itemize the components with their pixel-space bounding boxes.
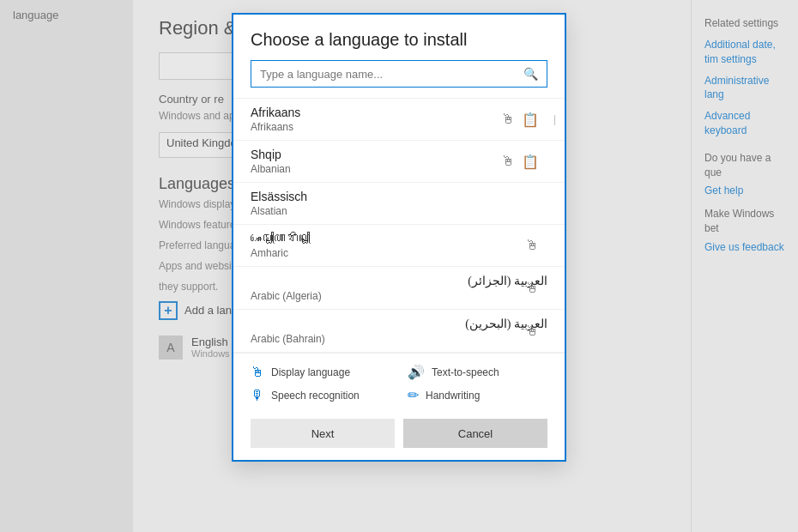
list-item[interactable]: Shqip Albanian 🖱 📋 [233,141,565,183]
copy-icon: 📋 [522,154,539,170]
lang-name: العربية (البحرين) [251,317,547,331]
list-item[interactable]: ꦄꦩ꧀ꦲꦫꦶꦏ꧀ Amharic 🖱 [233,225,565,267]
legend-speech: 🎙 Speech recognition [251,387,390,403]
tts-icon: 🔊 [408,364,425,380]
lang-native: Arabic (Algeria) [251,290,547,302]
language-list: Afrikaans Afrikaans 🖱 📋 | Shqip Albanian… [233,98,565,353]
lang-name: ꦄꦩ꧀ꦲꦫꦶꦏ꧀ [251,232,547,245]
list-item[interactable]: Elsässisch Alsatian [233,183,565,225]
legend-handwriting-label: Handwriting [426,390,480,402]
display-language-icon: 🖱 [251,365,264,380]
scroll-indicator: | [553,113,556,125]
legend-handwriting: ✏ Handwriting [408,387,547,403]
display-icon: 🖱 [525,238,539,253]
display-icon: 🖱 [525,281,539,296]
lang-feature-icons: 🖱 📋 [501,112,539,128]
speech-icon: 🎙 [251,388,264,403]
lang-feature-icons: 🖱 [525,323,539,339]
lang-feature-icons: 🖱 [525,281,539,296]
modal-title: Choose a language to install [251,30,547,50]
legend-display-label: Display language [271,366,350,378]
lang-feature-icons: 🖱 [525,238,539,253]
language-search-input[interactable] [260,68,523,81]
lang-name: العربية (الجزائر) [251,274,547,288]
lang-native: Arabic (Bahrain) [251,333,547,345]
display-icon: 🖱 [525,323,539,339]
legend-display: 🖱 Display language [251,364,390,380]
copy-icon: 📋 [522,112,539,128]
modal-header: Choose a language to install 🔍 [233,15,565,98]
handwriting-icon: ✏ [408,387,419,403]
cancel-button[interactable]: Cancel [403,419,547,448]
display-icon: 🖱 [501,154,515,170]
lang-name: Elsässisch [251,190,547,203]
list-item[interactable]: العربية (البحرين) Arabic (Bahrain) 🖱 [233,310,565,353]
lang-feature-icons: 🖱 📋 [501,154,539,170]
next-button[interactable]: Next [251,419,395,448]
lang-native: Alsatian [251,205,547,217]
list-item[interactable]: Afrikaans Afrikaans 🖱 📋 | [233,99,565,141]
list-item[interactable]: العربية (الجزائر) Arabic (Algeria) 🖱 [233,267,565,310]
lang-native: Amharic [251,247,547,259]
modal-search-bar[interactable]: 🔍 [251,60,547,88]
legend-speech-label: Speech recognition [271,390,360,402]
modal-legend: 🖱 Display language 🔊 Text-to-speech 🎙 Sp… [233,353,565,410]
legend-tts-label: Text-to-speech [432,366,499,378]
language-install-modal: Choose a language to install 🔍 Afrikaans… [232,13,566,462]
display-icon: 🖱 [501,112,515,128]
legend-tts: 🔊 Text-to-speech [408,364,547,380]
modal-search-icon: 🔍 [523,67,538,81]
modal-buttons: Next Cancel [233,410,565,460]
